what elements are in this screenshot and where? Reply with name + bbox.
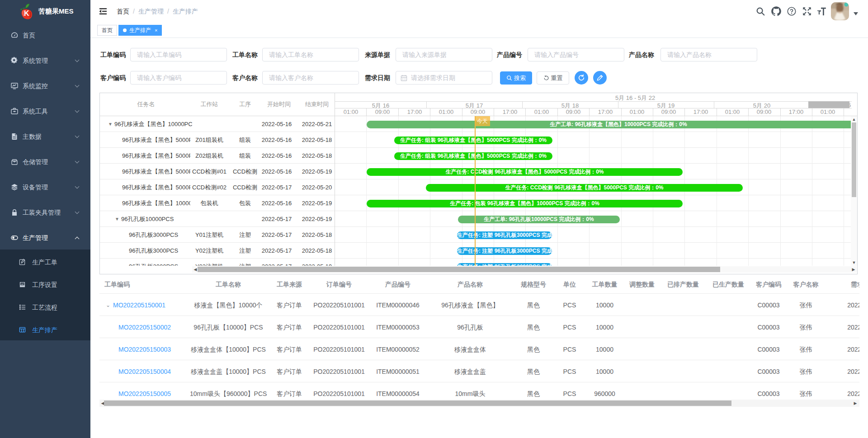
- svg-text:K: K: [24, 9, 29, 17]
